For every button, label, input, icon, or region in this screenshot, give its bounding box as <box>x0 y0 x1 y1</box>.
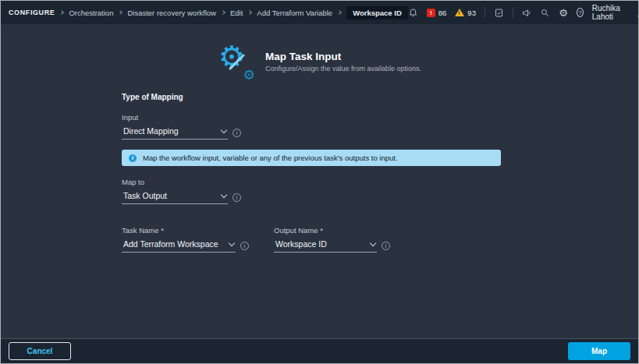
map-to-info-icon[interactable]: i <box>233 193 241 202</box>
bell-icon[interactable] <box>408 7 418 18</box>
info-banner: i Map the workflow input, variable or an… <box>122 150 501 166</box>
chevron-down-icon <box>221 127 227 133</box>
input-info-icon[interactable]: i <box>233 129 241 137</box>
page-header: ⚙ ⚙ Map Task Input Configure/Assign the … <box>1 43 638 80</box>
info-banner-text: Map the workflow input, variable or any … <box>143 154 398 162</box>
announcements-icon[interactable] <box>521 7 531 18</box>
info-icon: i <box>129 154 137 162</box>
user-avatar-icon[interactable] <box>636 7 639 18</box>
input-label: Input <box>122 113 506 122</box>
input-mapping-value: Direct Mapping <box>123 126 179 136</box>
footer-bar: Cancel Map <box>1 338 638 363</box>
warning-count: 93 <box>467 9 476 17</box>
requests-icon[interactable] <box>494 7 504 18</box>
search-icon[interactable] <box>540 7 550 18</box>
mapping-form: Type of Mapping Input Direct Mapping i i… <box>122 93 506 253</box>
map-to-select[interactable]: Task Output <box>122 189 228 204</box>
breadcrumb-workspace-id[interactable]: Workspace ID <box>346 6 408 19</box>
map-task-gears-icon: ⚙ ⚙ <box>218 43 255 80</box>
page-subtitle: Configure/Assign the value from availabl… <box>265 65 421 72</box>
chevron-right-icon <box>119 10 123 15</box>
top-actions: ! 86 ! 93 ⚙ ? Ruchika Lahoti <box>408 4 639 21</box>
type-of-mapping-label: Type of Mapping <box>122 93 506 101</box>
user-name[interactable]: Ruchika Lahoti <box>592 4 627 21</box>
breadcrumb-orchestration[interactable]: Orchestration <box>69 9 113 17</box>
warning-icon: ! <box>455 9 464 16</box>
input-select-row: Direct Mapping i <box>122 125 506 140</box>
chevron-right-icon <box>221 10 225 15</box>
warning-alarms-indicator[interactable]: ! 93 <box>455 9 476 17</box>
output-name-info-icon[interactable]: i <box>382 242 390 250</box>
task-name-field: Task Name * Add Terraform Workspace i <box>122 226 249 253</box>
chevron-down-icon <box>370 240 376 246</box>
map-to-value: Task Output <box>123 191 167 200</box>
breadcrumb: CONFIGURE Orchestration Disaster recover… <box>9 6 408 19</box>
cancel-button[interactable]: Cancel <box>9 342 71 360</box>
chevron-right-icon <box>337 10 342 15</box>
breadcrumb-add-terraform-variable[interactable]: Add Terraform Variable <box>257 9 332 17</box>
settings-gear-icon[interactable]: ⚙ <box>559 8 568 18</box>
help-icon[interactable]: ? <box>577 8 584 17</box>
output-name-value: Workspace ID <box>275 239 327 249</box>
divider <box>485 7 485 18</box>
critical-icon: ! <box>427 9 435 17</box>
page-title: Map Task Input <box>265 51 421 62</box>
map-button[interactable]: Map <box>568 342 630 360</box>
critical-count: 86 <box>438 9 447 17</box>
map-to-select-row: Task Output i <box>122 189 506 204</box>
input-mapping-select[interactable]: Direct Mapping <box>122 125 228 140</box>
task-name-info-icon[interactable]: i <box>240 242 249 250</box>
task-name-label: Task Name * <box>122 226 249 235</box>
breadcrumb-configure[interactable]: CONFIGURE <box>9 9 55 16</box>
map-to-label: Map to <box>122 178 506 186</box>
critical-alarms-indicator[interactable]: ! 86 <box>427 9 447 17</box>
output-name-field: Output Name * Workspace ID i <box>274 226 390 253</box>
task-name-value: Add Terraform Workspace <box>123 239 218 249</box>
breadcrumb-edit[interactable]: Edit <box>230 9 243 17</box>
output-name-select[interactable]: Workspace ID <box>274 238 377 253</box>
task-name-select[interactable]: Add Terraform Workspace <box>122 238 236 253</box>
chevron-down-icon <box>221 192 227 198</box>
chevron-down-icon <box>229 240 235 246</box>
divider <box>513 7 513 18</box>
title-block: Map Task Input Configure/Assign the valu… <box>265 51 421 72</box>
top-bar: CONFIGURE Orchestration Disaster recover… <box>1 1 638 24</box>
map-task-input-window: CONFIGURE Orchestration Disaster recover… <box>0 0 639 364</box>
breadcrumb-workflow[interactable]: Disaster recovery workflow <box>127 9 216 17</box>
chevron-right-icon <box>60 10 65 15</box>
chevron-right-icon <box>247 10 252 15</box>
output-name-label: Output Name * <box>274 226 390 235</box>
task-output-row: Task Name * Add Terraform Workspace i Ou… <box>122 226 506 253</box>
